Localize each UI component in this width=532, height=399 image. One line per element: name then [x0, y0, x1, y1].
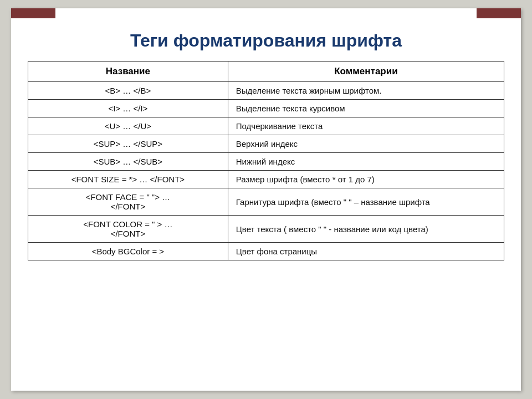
- comment-cell: Выделение текста жирным шрифтом.: [228, 82, 504, 100]
- slide: Теги форматирования шрифта Название Комм…: [11, 8, 521, 391]
- comment-cell: Цвет фона страницы: [228, 243, 504, 260]
- tag-cell: <U> … </U>: [28, 117, 228, 135]
- table-row: <Body BGColor = >Цвет фона страницы: [28, 243, 504, 260]
- comment-cell: Цвет текста ( вместо " " - название или …: [228, 216, 504, 243]
- col-header-name: Название: [28, 62, 228, 82]
- tag-cell: <SUP> … </SUP>: [28, 135, 228, 153]
- tag-cell: <FONT SIZE = *> … </FONT>: [28, 171, 228, 188]
- tag-cell: <FONT COLOR = " > … </FONT>: [28, 216, 228, 243]
- table-row: <SUP> … </SUP>Верхний индекс: [28, 135, 504, 153]
- table-row: <FONT FACE = " "> … </FONT>Гарнитура шри…: [28, 188, 504, 216]
- page-title: Теги форматирования шрифта: [28, 30, 504, 51]
- corner-accent-top-left: [11, 8, 55, 18]
- col-header-comments: Комментарии: [228, 62, 504, 82]
- tag-cell: <FONT FACE = " "> … </FONT>: [28, 188, 228, 216]
- table-row: <U> … </U>Подчеркивание текста: [28, 117, 504, 135]
- formatting-tags-table: Название Комментарии <B> … </B>Выделение…: [28, 61, 504, 260]
- table-row: <SUB> … </SUB>Нижний индекс: [28, 153, 504, 171]
- comment-cell: Подчеркивание текста: [228, 117, 504, 135]
- table-row: <FONT COLOR = " > … </FONT>Цвет текста (…: [28, 216, 504, 243]
- comment-cell: Гарнитура шрифта (вместо " " – название …: [228, 188, 504, 216]
- corner-accent-top-right: [477, 8, 521, 18]
- table-header-row: Название Комментарии: [28, 62, 504, 82]
- comment-cell: Выделение текста курсивом: [228, 100, 504, 117]
- comment-cell: Верхний индекс: [228, 135, 504, 153]
- table-row: <B> … </B>Выделение текста жирным шрифто…: [28, 82, 504, 100]
- tag-cell: <SUB> … </SUB>: [28, 153, 228, 171]
- table-row: <FONT SIZE = *> … </FONT>Размер шрифта (…: [28, 171, 504, 188]
- comment-cell: Нижний индекс: [228, 153, 504, 171]
- tag-cell: <B> … </B>: [28, 82, 228, 100]
- comment-cell: Размер шрифта (вместо * от 1 до 7): [228, 171, 504, 188]
- table-row: <I> … </I>Выделение текста курсивом: [28, 100, 504, 117]
- tag-cell: <Body BGColor = >: [28, 243, 228, 260]
- tag-cell: <I> … </I>: [28, 100, 228, 117]
